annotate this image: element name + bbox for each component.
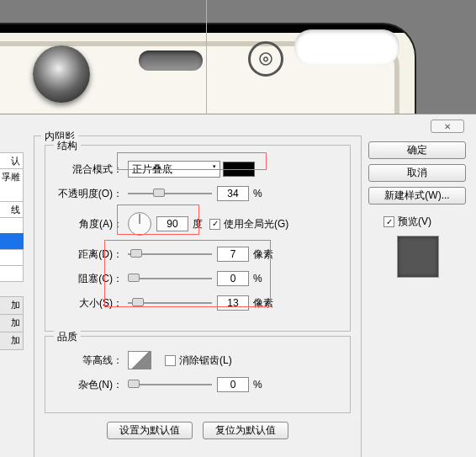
angle-unit: 度 bbox=[193, 217, 203, 231]
distance-input[interactable]: 7 bbox=[217, 247, 249, 262]
distance-label: 距离(D)： bbox=[56, 247, 123, 262]
opacity-label: 不透明度(O)： bbox=[56, 187, 123, 201]
angle-label: 角度(A)： bbox=[56, 217, 123, 231]
reset-default-button[interactable]: 复位为默认值 bbox=[203, 422, 288, 439]
sidebar-add-button[interactable]: 加 bbox=[0, 314, 24, 332]
noise-label: 杂色(N)： bbox=[56, 378, 123, 392]
blend-mode-select[interactable]: 正片叠底 bbox=[128, 161, 220, 178]
speaker-pill bbox=[139, 50, 203, 71]
angle-dial[interactable] bbox=[128, 212, 151, 236]
sidebar-item[interactable] bbox=[0, 217, 24, 234]
new-style-button[interactable]: 新建样式(W)... bbox=[368, 187, 466, 205]
angle-input[interactable]: 90 bbox=[156, 216, 188, 231]
antialias-checkbox[interactable]: 消除锯齿(L) bbox=[165, 353, 232, 368]
set-default-button[interactable]: 设置为默认值 bbox=[107, 422, 193, 439]
blend-mode-label: 混合模式： bbox=[56, 162, 123, 177]
spread-input[interactable]: 0 bbox=[217, 271, 249, 286]
sidebar-item[interactable] bbox=[0, 249, 24, 266]
sidebar-item[interactable] bbox=[0, 265, 24, 282]
opacity-slider[interactable] bbox=[128, 189, 212, 198]
structure-legend: 结构 bbox=[54, 139, 81, 153]
cancel-button[interactable]: 取消 bbox=[368, 164, 466, 182]
spread-unit: % bbox=[253, 273, 262, 284]
checkbox-check-icon: ✓ bbox=[383, 216, 394, 227]
guide-line[interactable] bbox=[206, 0, 207, 114]
ok-button[interactable]: 确定 bbox=[368, 141, 466, 159]
quality-legend: 品质 bbox=[54, 330, 81, 344]
opacity-input[interactable]: 34 bbox=[217, 186, 249, 201]
medallion-icon: ⦾ bbox=[248, 41, 283, 77]
sidebar-item[interactable]: 认 bbox=[0, 152, 24, 169]
size-unit: 像素 bbox=[253, 296, 273, 311]
noise-unit: % bbox=[253, 379, 262, 391]
spread-label: 阻塞(C)： bbox=[56, 272, 123, 286]
sidebar-add-button[interactable]: 加 bbox=[0, 332, 24, 350]
contour-label: 等高线： bbox=[56, 353, 123, 368]
sidebar-add-button[interactable]: 加 bbox=[0, 296, 24, 315]
preview-label: 预览(V) bbox=[398, 215, 431, 229]
preview-checkbox[interactable]: ✓ 预览(V) bbox=[383, 215, 431, 229]
distance-slider[interactable] bbox=[128, 250, 212, 258]
sidebar-item[interactable]: 线 bbox=[0, 201, 24, 218]
window-close-button[interactable]: ✕ bbox=[431, 120, 464, 133]
opacity-unit: % bbox=[253, 188, 262, 199]
size-label: 大小(S)： bbox=[56, 296, 123, 311]
preview-swatch bbox=[397, 236, 439, 278]
global-light-label: 使用全局光(G) bbox=[224, 217, 288, 231]
distance-unit: 像素 bbox=[253, 247, 273, 262]
size-input[interactable]: 13 bbox=[217, 295, 249, 311]
noise-slider[interactable] bbox=[128, 380, 212, 389]
size-slider[interactable] bbox=[128, 299, 212, 307]
sidebar-item[interactable]: 孚雕 bbox=[0, 168, 24, 202]
checkbox-check-icon: ✓ bbox=[209, 219, 220, 230]
color-swatch[interactable] bbox=[223, 162, 255, 177]
sidebar-item-selected[interactable] bbox=[0, 233, 24, 250]
noise-input[interactable]: 0 bbox=[217, 377, 249, 392]
checkbox-box-icon bbox=[165, 355, 176, 366]
spread-slider[interactable] bbox=[128, 274, 212, 283]
antialias-label: 消除锯齿(L) bbox=[179, 353, 232, 368]
global-light-checkbox[interactable]: ✓ 使用全局光(G) bbox=[209, 217, 288, 231]
contour-picker[interactable] bbox=[128, 351, 151, 369]
slot-graphic bbox=[294, 29, 399, 65]
knob-graphic bbox=[33, 45, 90, 103]
